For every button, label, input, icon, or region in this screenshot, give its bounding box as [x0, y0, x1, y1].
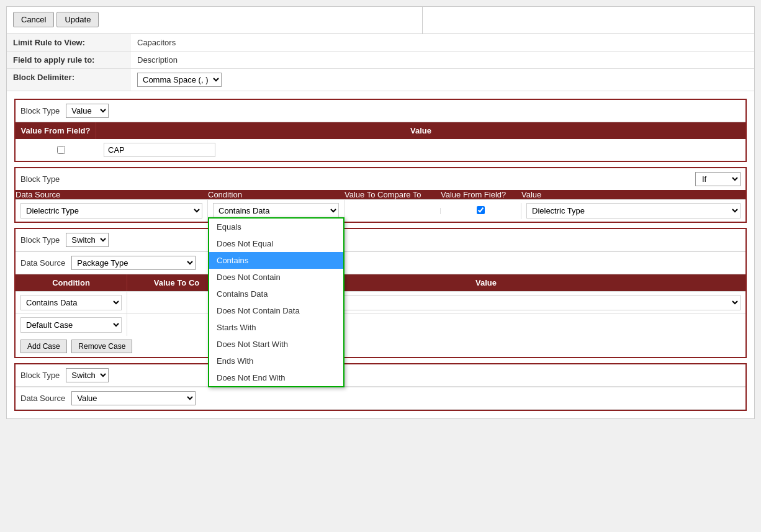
col-valuefield-header: Value From Field? — [441, 190, 521, 199]
block1-type-label: Block Type — [20, 106, 60, 115]
block2-section: Block Type If Value Switch Data Source C… — [14, 167, 747, 223]
block4-type-select[interactable]: Switch Value If — [66, 368, 109, 382]
col-value-from-field-header: Value From Field? — [16, 122, 96, 139]
dropdown-item-does-not-contain[interactable]: Does Not Contain — [209, 269, 343, 286]
dropdown-item-starts-with[interactable]: Starts With — [209, 319, 343, 336]
limit-rule-value: Capacitors — [131, 34, 754, 51]
block2-type-select[interactable]: If Value Switch — [695, 172, 741, 186]
col-value-header2: Value — [521, 190, 745, 199]
condition-dropdown: Equals Does Not Equal Contains Does Not … — [208, 217, 344, 387]
block4-datasource-select[interactable]: Value — [71, 391, 196, 405]
dropdown-item-contains-data[interactable]: Contains Data — [209, 286, 343, 302]
dropdown-item-does-not-equal[interactable]: Does Not Equal — [209, 235, 343, 252]
col-value-header: Value — [96, 122, 745, 139]
block-delimiter-label: Block Delimiter: — [7, 69, 131, 91]
col-datasource-header: Data Source — [16, 190, 208, 199]
remove-case-button[interactable]: Remove Case — [71, 340, 132, 353]
block3-condition2-select[interactable]: Default Case — [20, 317, 122, 333]
dropdown-item-does-not-start-with[interactable]: Does Not Start With — [209, 336, 343, 353]
field-value: Description — [131, 52, 754, 68]
dropdown-item-contains[interactable]: Contains — [209, 252, 343, 269]
add-case-button[interactable]: Add Case — [20, 340, 67, 353]
dropdown-item-equals[interactable]: Equals — [209, 219, 343, 235]
value-select[interactable]: Dielectric Type — [526, 203, 741, 219]
block3-datasource-select[interactable]: Package Type — [71, 256, 196, 270]
value-from-field-checkbox2[interactable] — [477, 206, 485, 214]
block3-datasource-label: Data Source — [20, 258, 65, 268]
value-input[interactable] — [104, 143, 215, 157]
block-delimiter-select[interactable]: Comma Space (, ) Space Semicolon — [137, 73, 222, 87]
condition-select[interactable]: Contains Data — [213, 203, 339, 219]
dropdown-item-ends-with[interactable]: Ends With — [209, 353, 343, 369]
value-from-field-checkbox[interactable] — [57, 146, 65, 154]
block4-type-label: Block Type — [20, 371, 60, 380]
block3-type-label: Block Type — [20, 235, 60, 245]
update-button[interactable]: Update — [56, 12, 99, 27]
block3-section: Block Type Switch Value If Data Source P… — [14, 228, 747, 358]
dropdown-item-does-not-contain-data[interactable]: Does Not Contain Data — [209, 302, 343, 319]
limit-rule-label: Limit Rule to View: — [7, 34, 131, 51]
col-compare-header: Value To Compare To — [344, 190, 441, 199]
block1-section: Block Type Value If Switch Value From Fi… — [14, 99, 747, 162]
block3-condition1-select[interactable]: Contains Data — [20, 295, 122, 310]
field-label: Field to apply rule to: — [7, 52, 131, 68]
dropdown-item-does-not-end-with[interactable]: Does Not End With — [209, 369, 343, 386]
block4-datasource-label: Data Source — [20, 394, 65, 403]
block1-type-select[interactable]: Value If Switch — [66, 104, 109, 118]
col-condition2-header: Condition — [16, 274, 127, 291]
block4-section: Block Type Switch Value If Data Source V… — [14, 363, 747, 411]
col-condition-header: Condition — [208, 190, 344, 199]
block3-type-select[interactable]: Switch Value If — [66, 233, 109, 247]
datasource-select[interactable]: Dielectric Type — [20, 203, 202, 219]
block2-type-label: Block Type — [20, 174, 690, 184]
cancel-button[interactable]: Cancel — [13, 12, 54, 27]
